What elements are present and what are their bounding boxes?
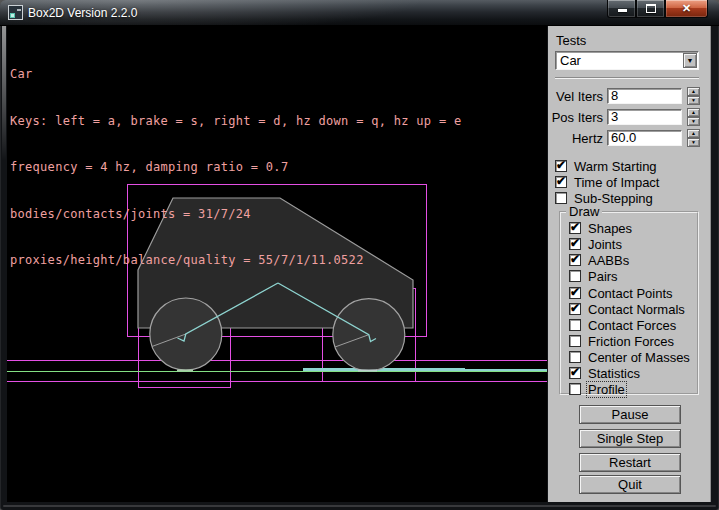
checkbox-box[interactable] xyxy=(555,192,567,204)
vel-iters-label: Vel Iters xyxy=(548,89,603,104)
spinner-up-icon[interactable]: ▲ xyxy=(687,87,700,96)
checkbox-label: Profile xyxy=(588,383,625,396)
debug-stats: Car Keys: left = a, brake = s, right = d… xyxy=(10,36,461,300)
title-bar[interactable]: Box2D Version 2.2.0 ✕ xyxy=(0,0,719,26)
checkbox-box[interactable]: ✔ xyxy=(569,222,581,234)
hertz-stepper[interactable]: ▲ ▼ xyxy=(687,129,700,147)
draw-group-title: Draw xyxy=(566,205,602,219)
simulation-canvas[interactable]: Car Keys: left = a, brake = s, right = d… xyxy=(7,26,547,502)
test-title: Car xyxy=(10,67,461,83)
window-title: Box2D Version 2.2.0 xyxy=(28,5,137,21)
maximize-icon xyxy=(646,4,656,13)
checkbox-box[interactable] xyxy=(569,335,581,347)
tests-label: Tests xyxy=(556,33,586,48)
pos-iters-input[interactable]: 3 xyxy=(607,109,682,125)
check-icon: ✔ xyxy=(570,365,580,379)
checkbox-box[interactable]: ✔ xyxy=(569,367,581,379)
vel-iters-input[interactable]: 8 xyxy=(607,88,682,104)
close-button[interactable]: ✕ xyxy=(665,0,708,18)
checkbox-label: Center of Masses xyxy=(588,351,690,364)
maximize-button[interactable] xyxy=(636,0,665,18)
spinner-up-icon[interactable]: ▲ xyxy=(687,108,700,117)
pause-button[interactable]: Pause xyxy=(579,405,681,424)
vel-iters-row: Vel Iters 8 ▲ ▼ xyxy=(548,87,711,106)
stats-bodies-line: bodies/contacts/joints = 31/7/24 xyxy=(10,207,461,223)
check-icon: ✔ xyxy=(556,158,566,172)
hertz-label: Hertz xyxy=(548,131,603,146)
checkbox-box[interactable]: ✔ xyxy=(569,254,581,266)
app-window: Box2D Version 2.2.0 ✕ xyxy=(0,0,719,510)
quit-button[interactable]: Quit xyxy=(579,475,681,494)
checkbox-box[interactable]: ✔ xyxy=(569,303,581,315)
tests-dropdown-button[interactable]: ▼ xyxy=(683,53,697,68)
vel-iters-stepper[interactable]: ▲ ▼ xyxy=(687,87,700,105)
app-icon-chip xyxy=(10,13,15,18)
tests-dropdown-value: Car xyxy=(560,53,581,68)
checkbox-label: Joints xyxy=(588,238,622,251)
checkbox-label: AABBs xyxy=(588,254,629,267)
tests-dropdown[interactable]: Car ▼ xyxy=(555,51,699,70)
checkbox-box[interactable]: ✔ xyxy=(569,287,581,299)
stats-proxies-line: proxies/height/balance/quality = 55/7/1/… xyxy=(10,253,461,269)
checkbox-label: Time of Impact xyxy=(574,176,659,189)
window-bottom-highlight xyxy=(3,505,716,507)
check-icon: ✔ xyxy=(556,174,566,188)
checkbox-box[interactable]: ✔ xyxy=(555,176,567,188)
hertz-row: Hertz 60.0 ▲ ▼ xyxy=(548,129,711,148)
app-icon-dash xyxy=(17,9,21,11)
checkbox-label: Contact Normals xyxy=(588,303,685,316)
chevron-down-icon: ▼ xyxy=(684,54,696,68)
checkbox-label: Shapes xyxy=(588,222,632,235)
spinner-up-icon[interactable]: ▲ xyxy=(687,129,700,138)
minimize-button[interactable] xyxy=(607,0,636,18)
check-icon: ✔ xyxy=(570,220,580,234)
spinner-down-icon[interactable]: ▼ xyxy=(687,96,700,105)
checkbox-label: Warm Starting xyxy=(574,160,657,173)
checkbox-box[interactable]: ✔ xyxy=(555,160,567,172)
close-icon: ✕ xyxy=(666,2,707,15)
checkbox-label: Contact Points xyxy=(588,287,673,300)
app-icon xyxy=(8,5,23,20)
stats-keys-line: Keys: left = a, brake = s, right = d, hz… xyxy=(10,114,461,130)
stats-frequency-line: frequency = 4 hz, damping ratio = 0.7 xyxy=(10,160,461,176)
minimize-icon xyxy=(618,9,627,12)
control-panel: Tests Car ▼ Vel Iters 8 ▲ ▼ Pos Iters 3 … xyxy=(548,26,711,502)
pos-iters-row: Pos Iters 3 ▲ ▼ xyxy=(548,108,711,127)
checkbox-box[interactable] xyxy=(569,270,581,282)
checkbox-box[interactable] xyxy=(569,383,581,395)
spinner-down-icon[interactable]: ▼ xyxy=(687,117,700,126)
checkbox-label: Contact Forces xyxy=(588,319,676,332)
check-icon: ✔ xyxy=(570,252,580,266)
checkbox-box[interactable]: ✔ xyxy=(569,238,581,250)
window-border-highlight xyxy=(2,26,6,161)
spinner-down-icon[interactable]: ▼ xyxy=(687,138,700,147)
separator xyxy=(555,77,699,79)
check-icon: ✔ xyxy=(570,285,580,299)
check-icon: ✔ xyxy=(570,236,580,250)
pos-iters-label: Pos Iters xyxy=(548,110,603,125)
pos-iters-stepper[interactable]: ▲ ▼ xyxy=(687,108,700,126)
checkbox-box[interactable] xyxy=(569,351,581,363)
checkbox-label: Statistics xyxy=(588,367,640,380)
check-icon: ✔ xyxy=(570,301,580,315)
draw-groupbox: Draw ✔ Shapes ✔ Joints ✔ AABBs Pairs ✔ C… xyxy=(559,211,699,395)
single-step-button[interactable]: Single Step xyxy=(579,429,681,448)
checkbox-label: Friction Forces xyxy=(588,335,674,348)
restart-button[interactable]: Restart xyxy=(579,453,681,472)
checkbox-label: Pairs xyxy=(588,270,618,283)
checkbox-box[interactable] xyxy=(569,319,581,331)
hertz-input[interactable]: 60.0 xyxy=(607,130,682,146)
